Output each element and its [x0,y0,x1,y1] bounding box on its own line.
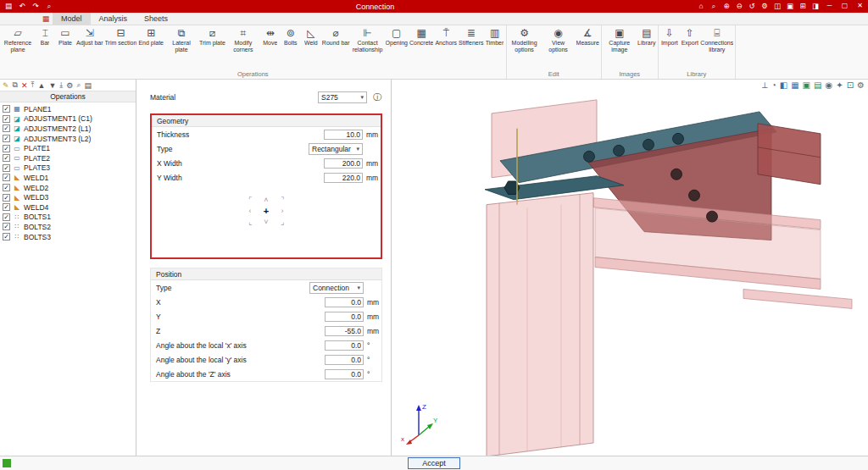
layout-add-icon[interactable]: ⊞ [797,2,809,11]
tree-item-weld3[interactable]: ✓ ◣ WELD3 [0,192,136,202]
anchors-button[interactable]: ⍑ Anchors [434,26,458,69]
tab-sheets[interactable]: Sheets [136,13,176,25]
camera-icon[interactable]: ✦ [836,80,843,91]
tab-model[interactable]: Model [53,13,91,25]
reference-plane-button[interactable]: ▱ Reference plane [1,26,35,69]
render-mode-icon[interactable]: ▣ [803,80,810,91]
modelling-options-button[interactable]: ⚙ Modelling options [508,26,542,69]
anchor-top[interactable]: ˄ [259,195,275,206]
x-width-input[interactable] [324,158,363,169]
settings-icon[interactable]: ⚙ [66,81,73,90]
bolt[interactable] [707,211,718,222]
connection-3d-model[interactable] [392,80,868,456]
info-icon[interactable]: ⓘ [372,91,382,103]
edit-icon[interactable]: ✎ [3,81,9,90]
checkbox[interactable]: ✓ [3,174,10,181]
refresh-icon[interactable]: ↺ [746,2,758,11]
checkbox[interactable]: ✓ [3,164,10,172]
bolt[interactable] [673,133,684,144]
lateral-plate-button[interactable]: ⧉ Lateral plate [164,26,198,69]
maximize-button[interactable]: ▢ [837,2,852,11]
tree-item-bolts1[interactable]: ✓ ∷ BOLTS1 [0,213,136,223]
checkbox[interactable]: ✓ [3,115,10,123]
library-button[interactable]: ▤ Library [637,26,657,69]
grid-icon[interactable]: ▦ [791,80,798,91]
visibility-icon[interactable]: ◉ [826,80,833,91]
tree-item-adjustment2[interactable]: ✓ ◪ ADJUSTMENT2 (L1) [0,124,136,134]
angle-x-input[interactable] [325,340,364,351]
tree-item-plane1[interactable]: ✓ ▦ PLANE1 [0,104,136,114]
plate-button[interactable]: ▭ Plate [55,26,75,69]
lower-flange-strip[interactable] [743,289,852,308]
bolt[interactable] [689,190,700,201]
import-button[interactable]: ⇩ Import [659,26,680,69]
adjust-bar-button[interactable]: ⇲ Adjust bar [75,26,104,69]
checkbox[interactable]: ✓ [3,194,10,202]
anchor-bottom-left[interactable]: ⌞ [242,217,259,228]
viewport-3d[interactable]: ⟂ ◔ ◧ ▦ ▣ ▤ ◉ ✦ ⊡ ⚙ [392,80,868,456]
x-input[interactable] [325,297,364,307]
beam-end-section[interactable] [758,124,821,185]
layout-grid-icon[interactable]: ▣ [784,2,796,11]
tree-item-plate1[interactable]: ✓ ▭ PLATE1 [0,143,136,153]
checkbox[interactable]: ✓ [3,135,10,142]
layers-icon[interactable]: ▤ [814,80,821,91]
move-button[interactable]: ⇹ Move [260,26,281,69]
home-icon[interactable]: ⌂ [695,2,707,11]
anchor-center[interactable]: + [259,206,275,217]
bolts-button[interactable]: ⊚ Bolts [281,26,301,69]
bolt[interactable] [643,139,654,150]
layout-right-icon[interactable]: ◨ [810,2,821,11]
contact-relationship-button[interactable]: ⊩ Contact relationship [351,26,385,69]
tree-item-bolts3[interactable]: ✓ ∷ BOLTS3 [0,232,136,242]
redo-icon[interactable]: ↷ [30,2,42,11]
coordinate-system-icon[interactable]: ⟂ [762,80,768,91]
bolt[interactable] [614,145,625,156]
move-down-icon[interactable]: ▼ [48,81,56,90]
app-menu-icon[interactable]: ▦ [39,13,53,25]
connections-library-button[interactable]: ⌸ Connections library [700,26,734,69]
trim-section-button[interactable]: ⊟ Trim section [104,26,138,69]
bolt[interactable] [671,169,682,180]
anchor-right[interactable]: › [275,206,291,217]
tree-item-weld2[interactable]: ✓ ◣ WELD2 [0,183,136,193]
accept-button[interactable]: Accept [408,457,460,469]
angle-z-input[interactable] [325,369,364,379]
tab-analysis[interactable]: Analysis [91,13,136,25]
position-type-select[interactable]: Connection ▾ [309,282,364,294]
search-icon[interactable]: ⌕ [43,2,55,11]
bar-button[interactable]: ⌶ Bar [35,26,55,69]
tree-item-adjustment3[interactable]: ✓ ◪ ADJUSTMENT3 (L2) [0,134,136,144]
list-icon[interactable]: ▤ [84,81,92,90]
opening-button[interactable]: ▢ Opening [385,26,409,69]
move-bottom-icon[interactable]: ⤓ [59,80,63,90]
clipping-icon[interactable]: ◧ [780,80,787,91]
timber-button[interactable]: ▥ Timber [485,26,505,69]
move-up-icon[interactable]: ▲ [38,81,46,90]
export-button[interactable]: ⇧ Export [680,26,700,69]
zoom-in-icon[interactable]: ⊕ [721,2,732,11]
anchor-left[interactable]: ‹ [242,206,259,217]
zoom-out-icon[interactable]: ⊖ [733,2,745,11]
checkbox[interactable]: ✓ [3,213,10,221]
minimize-button[interactable]: ─ [822,2,837,11]
tree-item-plate2[interactable]: ✓ ▭ PLATE2 [0,153,136,163]
measure-button[interactable]: ∡ Measure [576,26,600,69]
settings-icon[interactable]: ⚙ [857,80,865,91]
anchor-top-left[interactable]: ⌜ [242,195,259,206]
modify-corners-button[interactable]: ⌗ Modify corners [226,26,260,69]
view-options-button[interactable]: ◉ View options [542,26,576,69]
copy-icon[interactable]: ⧉ [13,80,18,90]
column-member[interactable] [487,193,593,456]
checkbox[interactable]: ✓ [3,145,10,152]
capture-image-button[interactable]: ▣ Capture image [603,26,637,69]
end-plate-button[interactable]: ⊞ End plate [137,26,164,69]
search-icon[interactable]: ⌕ [76,80,81,90]
checkbox[interactable]: ✓ [3,184,10,191]
delete-icon[interactable]: ✕ [21,81,28,90]
close-button[interactable]: ✕ [853,2,867,11]
layout-split-icon[interactable]: ◫ [771,2,783,11]
material-select[interactable]: S275 ▾ [318,91,367,103]
z-input[interactable] [325,326,364,336]
settings-icon[interactable]: ⚙ [759,2,771,11]
